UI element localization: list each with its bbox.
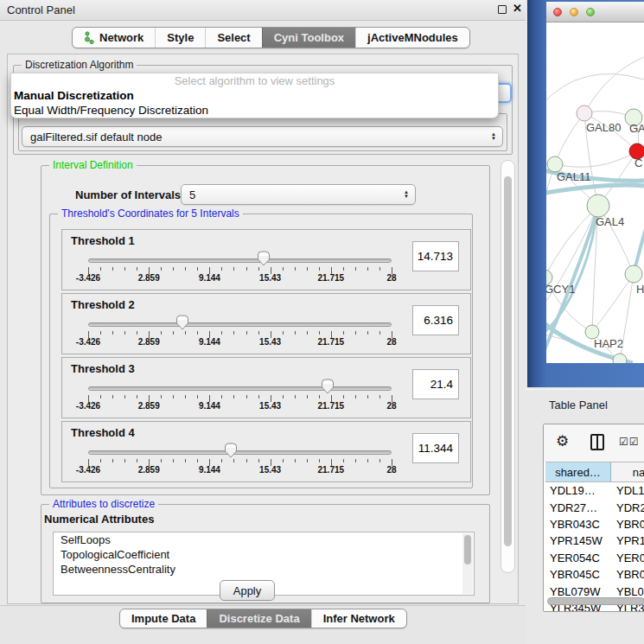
algorithm-dropdown-popup: Select algorithm to view settings Manual… [10, 73, 499, 118]
threshold-row-1: Threshold 1-3.4262.8599.14415.4321.71528… [61, 229, 471, 290]
tab-network[interactable]: Network [73, 28, 155, 48]
table-row[interactable]: YPR145WYPR145W [545, 532, 644, 549]
threshold-value-field[interactable]: 11.344 [412, 433, 459, 463]
tab-jactivemnodules[interactable]: jActiveMNodules [355, 28, 469, 48]
slider-scale-label: 2.859 [138, 273, 160, 283]
tab-label: Style [167, 31, 194, 44]
threshold-title: Threshold 1 [71, 234, 135, 247]
tab-label: Infer Network [323, 612, 395, 625]
number-of-intervals-label: Number of Intervals [75, 188, 181, 201]
dropdown-option-equal-width[interactable]: Equal Width/Frequency Discretization [11, 103, 498, 118]
cell-name: YBR045C [611, 568, 644, 581]
table-row[interactable]: YER054CYER054C [545, 550, 644, 566]
numerical-attributes-label: Numerical Attributes [44, 513, 154, 526]
close-icon[interactable]: ✕ [513, 2, 522, 15]
minimize-traffic-light-icon[interactable] [570, 8, 578, 16]
attribute-list-item[interactable]: TopologicalCoefficient [54, 547, 474, 562]
threshold-value-field[interactable]: 6.316 [412, 305, 459, 335]
table-row[interactable]: YBR043CYBR043C [545, 516, 644, 532]
table-row[interactable]: YDL19…YDL19 [545, 482, 644, 499]
threshold-slider-track[interactable] [88, 258, 392, 263]
slider-scale-label: 9.144 [199, 465, 220, 475]
attribute-list-item[interactable]: SelfLoops [54, 532, 474, 547]
thresholds-group-label: Threshold's Coordinates for 5 Intervals [58, 207, 243, 220]
threshold-row-4: Threshold 4-3.4262.8599.14415.4321.71528… [61, 421, 471, 482]
attributes-group-label: Attributes to discretize [49, 498, 158, 510]
tab-label: Network [99, 31, 143, 44]
node-label: GAL11 [557, 170, 591, 183]
table-panel: ⚙ ☑☑ shared… name YDL19…YDL19YDR27…YDR27… [543, 424, 644, 612]
slider-scale-label: -3.426 [76, 401, 100, 411]
network-node-h[interactable] [625, 265, 642, 283]
control-panel-titlebar: Control Panel ✕ [0, 0, 526, 21]
cell-name: YBL079W [611, 585, 644, 598]
slider-scale-label: -3.426 [76, 337, 100, 347]
cell-name: YER054C [611, 552, 644, 564]
gear-icon[interactable]: ⚙ [556, 432, 569, 450]
cell-shared-name: YPR145W [545, 534, 611, 547]
node-label: GAL [629, 122, 644, 135]
threshold-slider-track[interactable] [88, 386, 392, 391]
tab-cyni-toolbox[interactable]: Cyni Toolbox [262, 28, 355, 48]
discretization-algorithm-label: Discretization Algorithm [22, 59, 137, 71]
content-vertical-scrollbar[interactable] [501, 160, 515, 573]
tab-style[interactable]: Style [155, 28, 205, 48]
threshold-row-2: Threshold 2-3.4262.8599.14415.4321.71528… [61, 293, 471, 354]
cell-shared-name: YDL19… [545, 484, 611, 497]
top-tab-bar: NetworkStyleSelectCyni ToolboxjActiveMNo… [72, 27, 470, 48]
threshold-slider-track[interactable] [88, 450, 392, 455]
combo-stepper-icon: ▲▼ [491, 132, 496, 141]
slider-scale-label: 21.715 [318, 337, 345, 347]
table-row[interactable]: YDR27…YDR27 [545, 499, 644, 515]
slider-scale-label: 28 [386, 337, 396, 347]
slider-scale-label: 15.43 [259, 337, 281, 347]
network-node-gal80[interactable] [577, 105, 592, 121]
cell-shared-name: YBR043C [545, 518, 611, 531]
attributes-list-scrollbar[interactable] [462, 533, 473, 594]
threshold-row-3: Threshold 3-3.4262.8599.14415.4321.71528… [61, 357, 471, 418]
dropdown-option-manual[interactable]: Manual Discretization [11, 88, 498, 103]
threshold-value-field[interactable]: 14.713 [412, 241, 459, 271]
network-canvas[interactable]: GAL80GALCGAL11GAL4GCY1HHAP2 [546, 22, 644, 363]
network-icon [84, 31, 94, 44]
table-panel-toolbar: ⚙ ☑☑ [544, 424, 644, 462]
close-traffic-light-icon[interactable] [553, 8, 562, 16]
column-header-name[interactable]: name [611, 462, 644, 481]
attribute-list-item[interactable]: BetweennessCentrality [54, 562, 474, 577]
node-label: HAP2 [594, 337, 623, 350]
network-graph: GAL80GALCGAL11GAL4GCY1HHAP2 [546, 22, 644, 363]
slider-scale-label: 28 [386, 273, 396, 283]
network-node[interactable] [613, 354, 627, 363]
network-view-window[interactable]: GAL80GALCGAL11GAL4GCY1HHAP2 [527, 0, 644, 387]
network-window-titlebar[interactable] [546, 2, 644, 22]
tab-impute-data[interactable]: Impute Data [120, 609, 207, 628]
tab-label: Discretize Data [219, 612, 299, 625]
tab-label: Cyni Toolbox [274, 31, 344, 44]
zoom-traffic-light-icon[interactable] [586, 8, 595, 16]
number-of-intervals-combobox[interactable]: 5 ▲▼ [181, 184, 416, 205]
tab-discretize-data[interactable]: Discretize Data [207, 609, 310, 628]
table-horizontal-scrollbar[interactable] [547, 597, 644, 605]
column-header-shared-name[interactable]: shared… [545, 462, 611, 481]
threshold-value-field[interactable]: 21.4 [412, 369, 459, 399]
tab-label: Impute Data [131, 612, 195, 625]
slider-scale-label: 28 [386, 465, 396, 475]
slider-scale-label: 9.144 [199, 273, 220, 283]
bottom-tab-bar: Impute DataDiscretize DataInfer Network [119, 609, 407, 628]
apply-button[interactable]: Apply [220, 580, 275, 601]
slider-scale-label: 21.715 [318, 273, 345, 283]
dropdown-prompt-item[interactable]: Select algorithm to view settings [11, 73, 498, 88]
tab-content-panel: Discretization Algorithm Table Data galF… [7, 54, 519, 604]
float-window-icon[interactable] [498, 5, 507, 14]
tab-infer-network[interactable]: Infer Network [311, 609, 406, 628]
slider-scale-label: 28 [386, 401, 396, 411]
threshold-slider-track[interactable] [88, 322, 392, 327]
tab-select[interactable]: Select [205, 28, 261, 48]
table-data-combobox[interactable]: galFiltered.sif default node ▲▼ [22, 126, 503, 147]
cell-shared-name: YDR27… [545, 501, 611, 514]
column-layout-icon[interactable] [590, 434, 604, 450]
select-columns-icon[interactable]: ☑☑ [619, 436, 640, 448]
cell-name: YPR145W [611, 534, 644, 547]
network-node-gal4[interactable] [587, 194, 609, 217]
table-row[interactable]: YBR045CYBR045C [545, 566, 644, 583]
